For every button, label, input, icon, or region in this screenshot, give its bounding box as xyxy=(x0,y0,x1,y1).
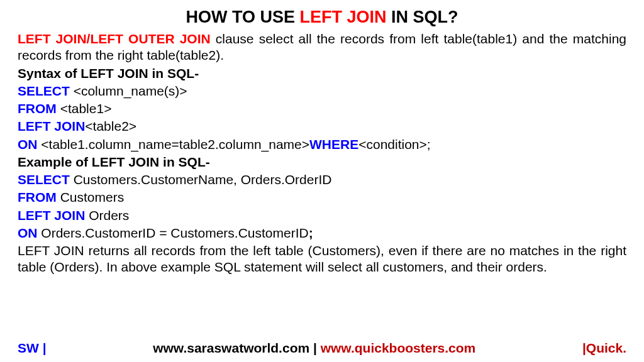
ex-from-rest: Customers xyxy=(57,190,124,204)
footer-right: |Quick. xyxy=(582,341,626,356)
ex-keyword-from: FROM xyxy=(18,190,57,204)
ex-on-rest: Orders.CustomerID = Customers.CustomerID xyxy=(38,226,309,240)
example-line-leftjoin: LEFT JOIN Orders xyxy=(18,207,626,224)
footer-link2: www.quickboosters.com xyxy=(321,341,476,355)
ex-select-rest: Customers.CustomerName, Orders.OrderID xyxy=(70,172,332,187)
syntax-on-mid: <table1.column_name=table2.column_name> xyxy=(38,137,310,151)
example-line-on: ON Orders.CustomerID = Customers.Custome… xyxy=(18,225,626,241)
syntax-from-rest: <table1> xyxy=(57,101,112,116)
ex-semicolon: ; xyxy=(309,226,313,240)
footer: SW | www.saraswatworld.com | www.quickbo… xyxy=(0,341,644,356)
title-highlight: LEFT JOIN xyxy=(300,8,387,26)
syntax-line-leftjoin: LEFT JOIN<table2> xyxy=(18,118,626,134)
ex-leftjoin-rest: Orders xyxy=(85,208,129,222)
example-line-select: SELECT Customers.CustomerName, Orders.Or… xyxy=(18,172,626,188)
syntax-line-from: FROM <table1> xyxy=(18,101,626,117)
example-line-from: FROM Customers xyxy=(18,189,626,206)
ex-keyword-on: ON xyxy=(18,226,38,240)
keyword-where: WHERE xyxy=(309,137,358,151)
page-title: HOW TO USE LEFT JOIN IN SQL? xyxy=(18,8,626,27)
footer-center: www.saraswatworld.com | www.quickbooster… xyxy=(153,341,475,356)
syntax-line-select: SELECT <column_name(s)> xyxy=(18,83,626,99)
title-part2: IN SQL? xyxy=(387,8,458,26)
title-part1: HOW TO USE xyxy=(186,8,299,26)
keyword-on: ON xyxy=(18,137,38,151)
content-body: LEFT JOIN/LEFT OUTER JOIN clause select … xyxy=(18,31,626,276)
syntax-where-rest: <condition>; xyxy=(358,137,430,151)
intro-highlight: LEFT JOIN/LEFT OUTER JOIN xyxy=(18,31,211,46)
syntax-line-on: ON <table1.column_name=table2.column_nam… xyxy=(18,136,626,153)
ex-keyword-leftjoin: LEFT JOIN xyxy=(18,208,85,222)
footer-link1: www.saraswatworld.com | xyxy=(153,341,321,355)
keyword-leftjoin: LEFT JOIN xyxy=(18,119,85,133)
syntax-select-rest: <column_name(s)> xyxy=(70,84,187,98)
syntax-header: Syntax of LEFT JOIN in SQL- xyxy=(18,65,626,82)
example-header: Example of LEFT JOIN in SQL- xyxy=(18,154,626,170)
explanation-text: LEFT JOIN returns all records from the l… xyxy=(18,243,626,276)
ex-keyword-select: SELECT xyxy=(18,172,70,187)
keyword-select: SELECT xyxy=(18,84,70,98)
syntax-leftjoin-rest: <table2> xyxy=(85,119,136,133)
footer-left: SW | xyxy=(18,341,47,356)
keyword-from: FROM xyxy=(18,101,57,116)
intro-text: LEFT JOIN/LEFT OUTER JOIN clause select … xyxy=(18,31,626,64)
